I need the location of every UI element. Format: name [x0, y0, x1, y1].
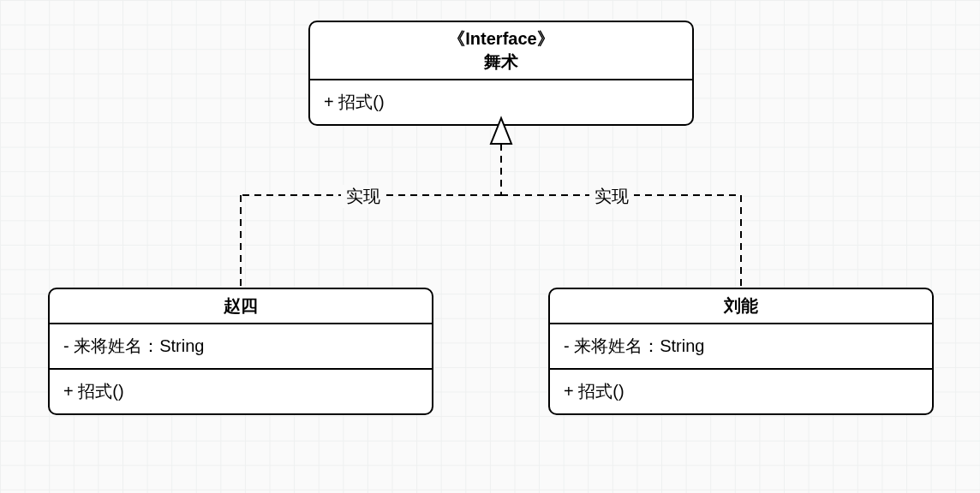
stereotype-label: 《Interface》 — [319, 27, 684, 50]
uml-class-zhaosi: 赵四 - 来将姓名：String + 招式() — [48, 288, 433, 415]
class-right-attribute: - 来将姓名：String — [550, 324, 932, 370]
uml-interface: 《Interface》 舞术 + 招式() — [308, 21, 694, 126]
uml-interface-header: 《Interface》 舞术 — [310, 22, 692, 80]
edge-label-right: 实现 — [589, 185, 634, 208]
class-left-operation: + 招式() — [50, 370, 432, 413]
class-left-attribute: - 来将姓名：String — [50, 324, 432, 370]
interface-name: 舞术 — [484, 52, 518, 71]
uml-class-liuneng: 刘能 - 来将姓名：String + 招式() — [548, 288, 934, 415]
edge-label-left: 实现 — [341, 185, 385, 208]
class-right-name: 刘能 — [550, 289, 932, 324]
class-left-name: 赵四 — [50, 289, 432, 324]
class-right-operation: + 招式() — [550, 370, 932, 413]
interface-operation: + 招式() — [310, 80, 692, 124]
